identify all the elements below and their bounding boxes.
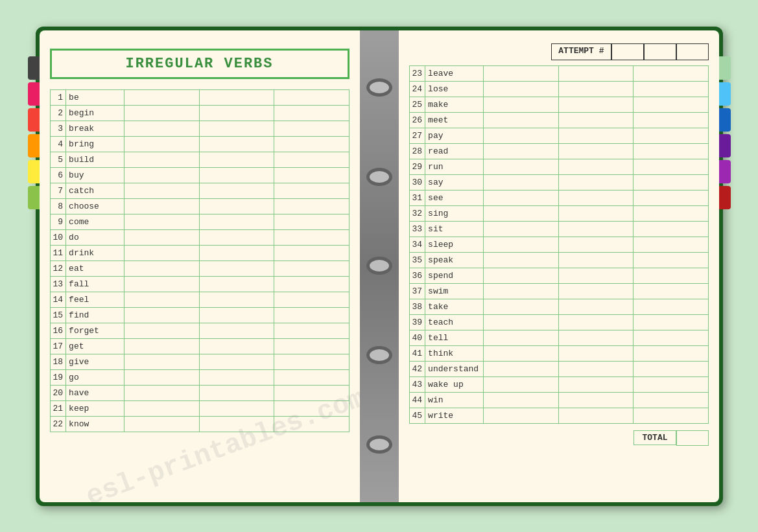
- row-blank-1[interactable]: [484, 314, 558, 330]
- row-blank-1[interactable]: [484, 361, 558, 376]
- row-blank-1[interactable]: [124, 214, 199, 229]
- row-blank-1[interactable]: [124, 369, 199, 385]
- row-blank-2[interactable]: [199, 338, 274, 354]
- row-blank-1[interactable]: [124, 167, 199, 183]
- row-blank-2[interactable]: [558, 283, 633, 299]
- row-blank-3[interactable]: [274, 416, 349, 432]
- row-blank-2[interactable]: [558, 252, 633, 268]
- row-blank-2[interactable]: [558, 345, 633, 361]
- row-blank-3[interactable]: [634, 252, 708, 268]
- row-blank-3[interactable]: [634, 97, 708, 112]
- row-blank-3[interactable]: [274, 292, 349, 307]
- row-blank-3[interactable]: [274, 105, 349, 121]
- row-blank-1[interactable]: [124, 198, 199, 214]
- row-blank-3[interactable]: [274, 167, 349, 183]
- row-blank-2[interactable]: [558, 190, 633, 205]
- row-blank-1[interactable]: [484, 81, 558, 97]
- row-blank-3[interactable]: [274, 385, 349, 400]
- row-blank-2[interactable]: [199, 276, 274, 292]
- row-blank-2[interactable]: [199, 121, 274, 136]
- row-blank-1[interactable]: [124, 152, 199, 167]
- row-blank-3[interactable]: [634, 314, 708, 330]
- row-blank-2[interactable]: [558, 237, 633, 252]
- row-blank-3[interactable]: [634, 143, 708, 159]
- row-blank-3[interactable]: [634, 237, 708, 252]
- attempt-box-1[interactable]: [611, 43, 644, 60]
- row-blank-3[interactable]: [274, 121, 349, 136]
- row-blank-1[interactable]: [484, 299, 558, 314]
- row-blank-2[interactable]: [199, 214, 274, 229]
- row-blank-3[interactable]: [634, 283, 708, 299]
- row-blank-2[interactable]: [199, 105, 274, 121]
- row-blank-3[interactable]: [634, 392, 708, 408]
- row-blank-2[interactable]: [558, 128, 633, 143]
- row-blank-3[interactable]: [274, 276, 349, 292]
- row-blank-3[interactable]: [634, 299, 708, 314]
- row-blank-3[interactable]: [634, 159, 708, 174]
- row-blank-2[interactable]: [558, 81, 633, 97]
- row-blank-2[interactable]: [199, 152, 274, 167]
- row-blank-2[interactable]: [199, 260, 274, 276]
- row-blank-2[interactable]: [558, 159, 633, 174]
- row-blank-2[interactable]: [558, 314, 633, 330]
- row-blank-1[interactable]: [484, 128, 558, 143]
- row-blank-3[interactable]: [634, 190, 708, 205]
- row-blank-1[interactable]: [484, 376, 558, 392]
- row-blank-1[interactable]: [124, 400, 199, 416]
- row-blank-1[interactable]: [124, 292, 199, 307]
- row-blank-1[interactable]: [124, 105, 199, 121]
- row-blank-1[interactable]: [484, 392, 558, 408]
- row-blank-1[interactable]: [124, 260, 199, 276]
- row-blank-1[interactable]: [484, 143, 558, 159]
- row-blank-3[interactable]: [634, 408, 708, 423]
- row-blank-2[interactable]: [199, 400, 274, 416]
- row-blank-1[interactable]: [124, 276, 199, 292]
- row-blank-3[interactable]: [274, 400, 349, 416]
- row-blank-1[interactable]: [484, 97, 558, 112]
- row-blank-2[interactable]: [199, 167, 274, 183]
- row-blank-1[interactable]: [124, 323, 199, 338]
- row-blank-2[interactable]: [558, 65, 633, 81]
- row-blank-3[interactable]: [274, 152, 349, 167]
- row-blank-1[interactable]: [124, 121, 199, 136]
- attempt-box-3[interactable]: [676, 43, 709, 60]
- row-blank-3[interactable]: [274, 307, 349, 323]
- row-blank-1[interactable]: [484, 252, 558, 268]
- row-blank-1[interactable]: [484, 159, 558, 174]
- row-blank-2[interactable]: [558, 205, 633, 221]
- row-blank-2[interactable]: [558, 408, 633, 423]
- row-blank-3[interactable]: [274, 198, 349, 214]
- row-blank-1[interactable]: [124, 245, 199, 260]
- row-blank-2[interactable]: [199, 183, 274, 198]
- row-blank-2[interactable]: [199, 198, 274, 214]
- row-blank-2[interactable]: [199, 369, 274, 385]
- row-blank-2[interactable]: [199, 416, 274, 432]
- row-blank-3[interactable]: [274, 89, 349, 105]
- row-blank-1[interactable]: [484, 268, 558, 283]
- row-blank-1[interactable]: [124, 183, 199, 198]
- row-blank-3[interactable]: [274, 245, 349, 260]
- row-blank-1[interactable]: [124, 229, 199, 245]
- row-blank-3[interactable]: [634, 361, 708, 376]
- row-blank-3[interactable]: [634, 174, 708, 190]
- row-blank-1[interactable]: [484, 345, 558, 361]
- row-blank-2[interactable]: [558, 361, 633, 376]
- row-blank-1[interactable]: [484, 205, 558, 221]
- row-blank-1[interactable]: [484, 174, 558, 190]
- row-blank-3[interactable]: [274, 338, 349, 354]
- row-blank-3[interactable]: [634, 345, 708, 361]
- row-blank-2[interactable]: [558, 97, 633, 112]
- row-blank-3[interactable]: [634, 128, 708, 143]
- row-blank-2[interactable]: [558, 174, 633, 190]
- row-blank-1[interactable]: [124, 307, 199, 323]
- row-blank-3[interactable]: [634, 376, 708, 392]
- row-blank-1[interactable]: [484, 112, 558, 128]
- row-blank-3[interactable]: [274, 369, 349, 385]
- row-blank-3[interactable]: [274, 354, 349, 369]
- row-blank-2[interactable]: [199, 89, 274, 105]
- row-blank-2[interactable]: [199, 292, 274, 307]
- row-blank-1[interactable]: [484, 221, 558, 237]
- row-blank-1[interactable]: [124, 89, 199, 105]
- row-blank-3[interactable]: [634, 205, 708, 221]
- row-blank-2[interactable]: [558, 143, 633, 159]
